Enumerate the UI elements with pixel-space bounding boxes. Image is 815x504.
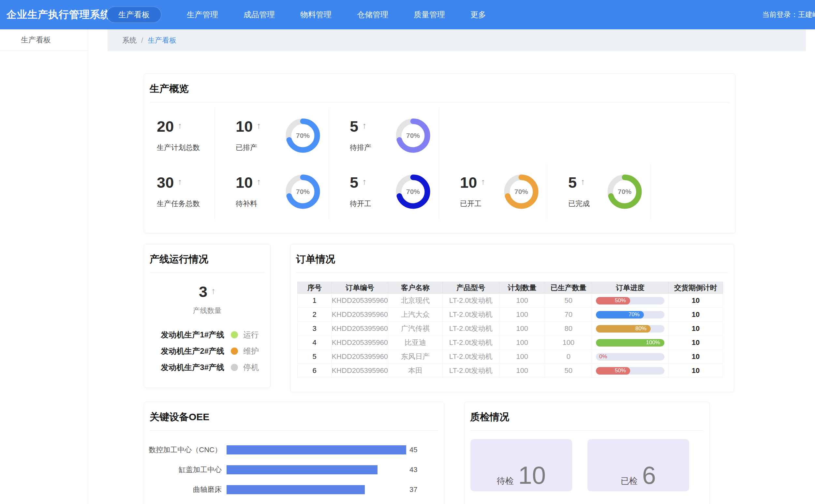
status-dot-stopped [231, 364, 238, 371]
stat-value: 20 [157, 119, 174, 134]
breadcrumb: 系统 / 生产看板 [108, 29, 806, 51]
cell-no: 1 [298, 294, 332, 308]
nav-tab-materials[interactable]: 物料管理 [300, 9, 332, 20]
col-header-progress: 订单进度 [592, 282, 669, 294]
progress-bar: 70% [596, 311, 664, 319]
current-user-label: 当前登录：王建峰 [762, 0, 815, 29]
oee-category-label: 曲轴磨床 [144, 485, 222, 495]
cell-plan: 100 [499, 350, 545, 364]
qc-inspected-label: 已检 [621, 475, 638, 487]
sidebar: 生产看板 [0, 29, 88, 504]
table-row: 2 KHDD205395960 上汽大众 LT-2.0t发动机 100 70 7… [298, 308, 723, 322]
col-header-produced-qty: 已生产数量 [545, 282, 592, 294]
stat-label: 已排产 [236, 143, 261, 153]
stat-value: 10 [460, 175, 477, 190]
stat-to-schedule: 5 ↑ 待排产 70% [329, 108, 439, 164]
oee-card-title: 关键设备OEE [144, 402, 444, 430]
donut-chart: 70% [286, 174, 320, 209]
nav-tab-production[interactable]: 生产管理 [187, 9, 218, 20]
cell-no: 3 [298, 322, 332, 336]
progress-label: 80% [635, 325, 651, 332]
cell-no: 6 [298, 364, 332, 378]
quality-inspection-card: 质检情况 待检 10 已检 6 [464, 402, 710, 504]
breadcrumb-root[interactable]: 系统 [122, 36, 137, 45]
cell-model: LT-2.0t发动机 [442, 364, 499, 378]
line-name: 发动机生产3#产线 [154, 362, 224, 373]
stat-label: 已完成 [568, 199, 590, 209]
col-header-plan-qty: 计划数量 [499, 282, 545, 294]
stat-await-material: 10 ↑ 待补料 70% [215, 164, 329, 220]
oee-value-label: 43 [409, 466, 417, 474]
divider [470, 430, 704, 431]
cell-countdown: 10 [668, 364, 723, 378]
stat-scheduled: 10 ↑ 已排产 70% [215, 108, 329, 164]
up-arrow-icon: ↑ [362, 177, 366, 187]
progress-bar: 50% [596, 367, 664, 375]
cell-no: 5 [298, 350, 332, 364]
breadcrumb-separator: / [141, 36, 143, 45]
line-status: 运行 [243, 330, 260, 340]
cell-order-no: KHDD205395960 [332, 336, 388, 350]
stat-value: 10 [236, 119, 253, 134]
nav-tab-finished-goods[interactable]: 成品管理 [244, 9, 275, 20]
progress-bar: 0% [596, 353, 664, 361]
progress-label: 50% [615, 367, 630, 374]
table-row: 6 KHDD205395960 本田 LT-2.0t发动机 100 50 50%… [298, 364, 723, 378]
cell-countdown: 10 [668, 350, 723, 364]
stat-value: 5 [350, 119, 358, 134]
cell-customer: 东风日产 [388, 350, 442, 364]
breadcrumb-current[interactable]: 生产看板 [148, 36, 176, 45]
cell-customer: 北京现代 [388, 294, 442, 308]
cell-produced: 70 [545, 308, 592, 322]
stat-plan-total: 20 ↑ 生产计划总数 [150, 108, 215, 164]
main-nav: 生产看板 生产管理 成品管理 物料管理 仓储管理 质量管理 更多 [107, 0, 486, 29]
line-name: 发动机生产1#产线 [154, 330, 224, 340]
cell-progress: 50% [592, 364, 669, 378]
cell-model: LT-2.0t发动机 [442, 308, 499, 322]
cell-plan: 100 [499, 308, 545, 322]
line-row: 发动机生产1#产线 运行 [144, 330, 270, 340]
nav-tab-quality[interactable]: 质量管理 [414, 9, 445, 20]
stat-label: 待排产 [350, 143, 371, 153]
line-status: 停机 [243, 362, 260, 373]
cell-produced: 0 [545, 350, 592, 364]
oee-bar-row: 凸轮轴磨床 31 [144, 499, 444, 504]
oee-bar-row: 缸盖加工中心 43 [144, 460, 444, 480]
table-row: 1 KHDD205395960 北京现代 LT-2.0t发动机 100 50 5… [298, 294, 723, 308]
cell-model: LT-2.0t发动机 [442, 322, 499, 336]
sidebar-item-dashboard[interactable]: 生产看板 [0, 29, 88, 51]
qc-pending-value: 10 [518, 456, 546, 495]
nav-tab-more[interactable]: 更多 [470, 9, 486, 20]
progress-label-zero: 0% [599, 353, 607, 361]
up-arrow-icon: ↑ [257, 121, 261, 131]
cell-progress: 70% [592, 308, 669, 322]
oee-category-label: 数控加工中心（CNC） [144, 445, 222, 455]
up-arrow-icon: ↑ [481, 177, 485, 187]
donut-percent-label: 70% [286, 118, 320, 153]
nav-tab-dashboard-active[interactable]: 生产看板 [107, 7, 161, 23]
orders-card-title: 订单情况 [290, 244, 734, 273]
production-overview-card: 生产概览 20 ↑ 生产计划总数 10 ↑ 已排产 [144, 73, 735, 233]
table-row: 3 KHDD205395960 广汽传祺 LT-2.0t发动机 100 80 8… [298, 322, 723, 336]
col-header-no: 序号 [298, 282, 332, 294]
stat-value: 5 [350, 175, 358, 190]
progress-label: 100% [646, 339, 664, 346]
cell-no: 4 [298, 336, 332, 350]
cell-order-no: KHDD205395960 [332, 322, 388, 336]
top-navbar: 企业生产执行管理系统 生产看板 生产管理 成品管理 物料管理 仓储管理 质量管理… [0, 0, 815, 29]
cell-countdown: 10 [668, 336, 723, 350]
up-arrow-icon: ↑ [178, 177, 182, 187]
donut-percent-label: 70% [607, 174, 642, 209]
qc-card-title: 质检情况 [465, 402, 709, 430]
stat-label: 生产计划总数 [157, 143, 200, 153]
cell-produced: 50 [545, 364, 592, 378]
divider [296, 273, 728, 273]
lines-card-title: 产线运行情况 [144, 244, 270, 273]
donut-percent-label: 70% [396, 118, 430, 153]
line-name: 发动机生产2#产线 [154, 346, 224, 356]
donut-percent-label: 70% [504, 174, 539, 209]
nav-tab-warehouse[interactable]: 仓储管理 [357, 9, 388, 20]
cell-produced: 80 [545, 322, 592, 336]
up-arrow-icon: ↑ [178, 121, 182, 131]
qc-pending-box: 待检 10 [470, 439, 572, 491]
